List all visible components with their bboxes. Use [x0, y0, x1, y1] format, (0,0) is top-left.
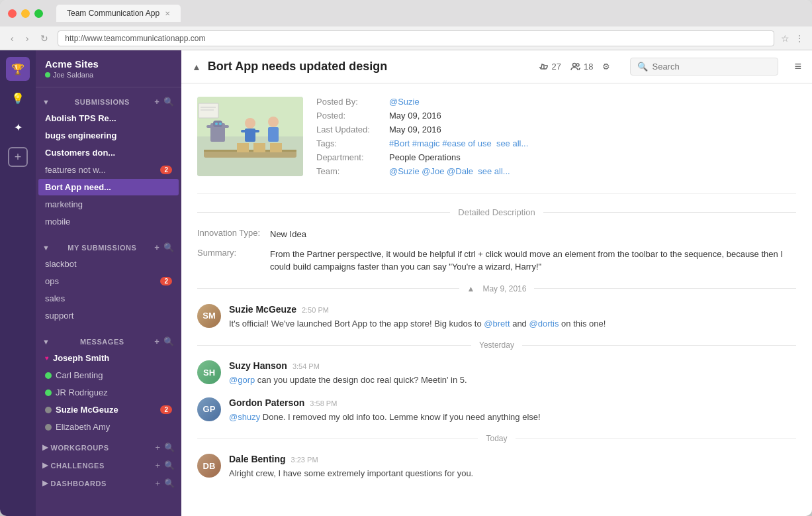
bookmark-icon[interactable]: ☆	[781, 33, 789, 44]
post-title: Bort App needs updated design	[208, 60, 539, 74]
team-value[interactable]: @Suzie @Joe @Dale	[389, 166, 473, 176]
likes-count: 27	[552, 62, 561, 72]
detailed-desc-title: Detailed Description	[458, 207, 535, 217]
sidebar-item-jr[interactable]: JR Rodriguez	[38, 384, 179, 401]
sidebar-item-bugs[interactable]: bugs engineering	[38, 127, 179, 144]
settings-meta[interactable]: ⚙	[602, 62, 610, 72]
svg-rect-5	[204, 150, 296, 152]
date-separator-may9: ▲ May 9, 2016	[197, 284, 796, 293]
submissions-collapse-arrow[interactable]: ▼	[42, 98, 50, 106]
svg-point-12	[219, 123, 222, 125]
msg-text-dale: Alright crew, I have some extremely impo…	[229, 467, 796, 480]
mention-gorp[interactable]: @gorp	[229, 375, 255, 385]
message-dale: DB Dale Benting 3:23 PM Alright crew, I …	[197, 454, 796, 480]
likes-meta[interactable]: 27	[539, 62, 561, 72]
tab-close-icon[interactable]: ✕	[165, 10, 170, 17]
challenges-label: ▶ CHALLENGES	[42, 461, 105, 470]
features-badge: 2	[160, 166, 172, 174]
msg-author-suzie: Suzie McGeuze	[229, 304, 296, 315]
sidebar-item-features[interactable]: features not w... 2	[38, 162, 179, 178]
innovation-type-row: Innovation Type: New Idea	[197, 228, 796, 241]
msg-content-dale: Dale Benting 3:23 PM Alright crew, I hav…	[229, 454, 796, 480]
add-challenge-icon[interactable]: +	[155, 460, 160, 470]
chevron-up-icon: ▲	[467, 284, 475, 293]
messages-arrow[interactable]: ▼	[42, 338, 50, 346]
main-panel: ▲ Bort App needs updated design 27	[181, 50, 812, 516]
message-suzy-hanson: SH Suzy Hanson 3:54 PM @gorp can you upd…	[197, 360, 796, 387]
bort-label: Bort App need...	[45, 182, 111, 192]
add-workgroup-icon[interactable]: +	[155, 442, 160, 452]
add-workspace-button[interactable]: +	[8, 147, 28, 167]
carl-status-dot	[45, 372, 52, 379]
forward-button[interactable]: ›	[23, 32, 32, 45]
sidebar-item-sales[interactable]: sales	[38, 290, 179, 307]
collapse-icon[interactable]: ▲	[192, 62, 201, 72]
titlebar: Team Communication App ✕	[0, 0, 812, 26]
add-submission-icon[interactable]: +	[154, 97, 159, 107]
suzie-label: Suzie McGeuze	[56, 405, 118, 415]
sidebar-item-elizabeth[interactable]: Elizabeth Amy	[38, 419, 179, 435]
mention-dortis[interactable]: @dortis	[529, 319, 559, 329]
search-submission-icon[interactable]: 🔍	[163, 97, 175, 107]
sidebar-item-bort[interactable]: Bort App need...	[38, 179, 179, 195]
search-message-icon[interactable]: 🔍	[163, 336, 175, 346]
refresh-button[interactable]: ↻	[38, 32, 51, 45]
search-my-submission-icon[interactable]: 🔍	[163, 242, 175, 252]
back-button[interactable]: ‹	[8, 32, 17, 45]
add-my-submission-icon[interactable]: +	[154, 242, 159, 252]
close-button[interactable]	[8, 9, 17, 18]
sidebar-item-slackbot[interactable]: slackbot	[38, 256, 179, 272]
dashboards-section[interactable]: ▶ DASHBOARDS + 🔍	[36, 474, 181, 492]
trophy-icon[interactable]: 🏆	[6, 57, 30, 81]
star-icon[interactable]: ✦	[6, 115, 30, 139]
minimize-button[interactable]	[21, 9, 30, 18]
posted-by-value[interactable]: @Suzie	[389, 97, 420, 107]
ops-label: ops	[45, 276, 59, 286]
ops-badge: 2	[160, 277, 172, 285]
submissions-header: ▼ SUBMISSIONS + 🔍	[36, 94, 181, 109]
support-label: support	[45, 311, 73, 321]
menu-icon[interactable]: ⋮	[795, 33, 804, 44]
maximize-button[interactable]	[34, 9, 43, 18]
mention-shuzy[interactable]: @shuzy	[229, 412, 260, 422]
sidebar-item-abolish[interactable]: Abolish TPS Re...	[38, 110, 179, 127]
challenges-section[interactable]: ▶ CHALLENGES + 🔍	[36, 456, 181, 474]
team-see-all[interactable]: see all...	[478, 166, 510, 176]
search-input[interactable]	[652, 62, 771, 72]
submissions-actions: + 🔍	[154, 97, 175, 107]
sidebar-item-ops[interactable]: ops 2	[38, 273, 179, 289]
bulb-icon[interactable]: 💡	[6, 86, 30, 110]
search-icon: 🔍	[637, 62, 648, 72]
sidebar-item-customers[interactable]: Customers don...	[38, 144, 179, 161]
features-label: features not w...	[45, 165, 106, 175]
svg-rect-6	[237, 143, 249, 152]
browser-tab[interactable]: Team Communication App ✕	[56, 5, 181, 22]
sidebar-item-mobile[interactable]: mobile	[38, 213, 179, 230]
members-count: 18	[584, 62, 593, 72]
messages-section: ▼ MESSAGES + 🔍 ♥ Joseph Smith Carl Benti…	[36, 327, 181, 439]
sidebar-item-marketing[interactable]: marketing	[38, 196, 179, 213]
workspace-user: Joe Saldana	[45, 71, 99, 79]
jr-label: JR Rodriguez	[56, 387, 108, 397]
sidebar-item-carl[interactable]: Carl Benting	[38, 367, 179, 384]
search-challenge-icon[interactable]: 🔍	[164, 460, 175, 470]
topbar-meta: 27 18 ⚙ 🔍	[539, 58, 801, 76]
settings-icon[interactable]: ⚙	[602, 62, 610, 72]
add-message-icon[interactable]: +	[154, 336, 159, 346]
tags-see-all[interactable]: see all...	[496, 138, 528, 148]
add-dashboard-icon[interactable]: +	[155, 478, 160, 488]
search-workgroup-icon[interactable]: 🔍	[164, 442, 175, 452]
workgroups-label: ▶ WORKGROUPS	[42, 443, 109, 452]
dashboards-label: ▶ DASHBOARDS	[42, 479, 107, 488]
sidebar-item-support[interactable]: support	[38, 307, 179, 324]
mention-brett[interactable]: @brett	[484, 319, 510, 329]
tags-value[interactable]: #Bort #magic #ease of use	[389, 138, 492, 148]
hamburger-menu[interactable]: ≡	[794, 60, 801, 74]
sidebar-item-joseph[interactable]: ♥ Joseph Smith	[38, 350, 179, 366]
sidebar-item-suzie[interactable]: Suzie McGeuze 2	[38, 401, 179, 418]
workgroups-section[interactable]: ▶ WORKGROUPS + 🔍	[36, 439, 181, 456]
my-submissions-arrow[interactable]: ▼	[42, 244, 50, 252]
members-meta[interactable]: 18	[570, 62, 593, 72]
url-input[interactable]	[58, 30, 774, 46]
search-dashboard-icon[interactable]: 🔍	[164, 478, 175, 488]
